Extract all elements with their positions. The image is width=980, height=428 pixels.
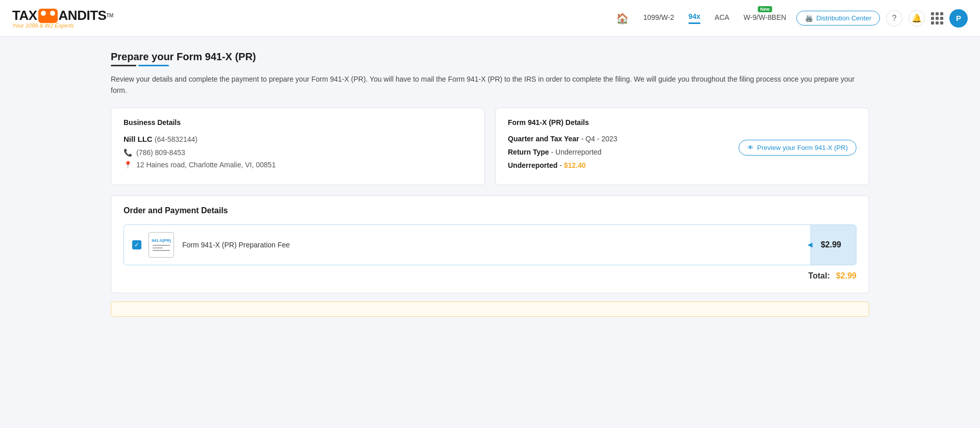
quarter-value: Q4 - 2023	[585, 135, 617, 143]
form-detail-left: Quarter and Tax Year - Q4 - 2023 Return …	[508, 135, 617, 174]
grid-dot	[931, 21, 934, 24]
order-item-price: $2.99	[821, 240, 845, 249]
underreported-value: $12.40	[564, 161, 586, 169]
grid-dot	[940, 21, 943, 24]
underline-light	[138, 65, 169, 66]
header-right: 🖨️ Distribution Center ? 🔔 P	[796, 9, 968, 28]
grid-dot	[940, 12, 943, 15]
eye-icon: 👁	[747, 144, 754, 152]
logo-andits-text: ANDITS	[59, 8, 107, 23]
logo-tax-text: TAX	[12, 8, 37, 23]
order-checkbox[interactable]	[132, 240, 141, 249]
collapse-arrow-icon[interactable]: ◄	[806, 240, 814, 249]
printer-icon: 🖨️	[805, 14, 813, 22]
apps-grid-button[interactable]	[931, 12, 943, 24]
business-ein: (64-5832144)	[155, 135, 198, 143]
business-details-card: Business Details Nill LLC (64-5832144) 📞…	[111, 108, 485, 185]
business-phone-row: 📞 (786) 809-8453	[124, 148, 472, 157]
order-item-name: Form 941-X (PR) Preparation Fee	[182, 241, 290, 249]
preview-btn-label: Preview your Form 941-X (PR)	[757, 144, 848, 152]
business-address-row: 📍 12 Haines road, Charlotte Amalie, VI, …	[124, 161, 472, 169]
total-row: Total: $2.99	[124, 265, 856, 283]
grid-dot	[936, 12, 939, 15]
phone-icon: 📞	[124, 148, 132, 157]
underreported-item: Underreported - $12.40	[508, 161, 617, 169]
quarter-separator: -	[581, 135, 585, 143]
main-nav: 🏠 1099/W-2 94x ACA New W-9/W-8BEN	[616, 12, 786, 24]
yellow-banner	[111, 301, 869, 317]
details-row: Business Details Nill LLC (64-5832144) 📞…	[111, 108, 869, 185]
return-type-value: Underreported	[555, 148, 601, 156]
preview-area: 👁 Preview your Form 941-X (PR)	[739, 135, 856, 156]
grid-dot	[936, 17, 939, 20]
form-line	[153, 250, 170, 251]
user-avatar[interactable]: P	[949, 9, 968, 28]
logo-tagline: Your 1099 & W2 Experts	[12, 22, 113, 29]
page-title: Prepare your Form 941-X (PR)	[111, 51, 869, 63]
distribution-center-button[interactable]: 🖨️ Distribution Center	[796, 11, 880, 26]
form-icon-label: 941-X(PR)	[152, 239, 171, 243]
business-address: 12 Haines road, Charlotte Amalie, VI, 00…	[136, 161, 276, 169]
nav-w9-wrap: New W-9/W-8BEN	[744, 13, 787, 23]
nav-1099w2[interactable]: 1099/W-2	[643, 13, 674, 23]
grid-dot	[940, 17, 943, 20]
business-card-title: Business Details	[124, 118, 472, 127]
form-detail-row: Quarter and Tax Year - Q4 - 2023 Return …	[508, 135, 856, 174]
underreported-separator: -	[559, 161, 564, 169]
question-icon: ?	[892, 14, 897, 23]
new-badge: New	[757, 6, 772, 12]
logo-tm: TM	[106, 13, 113, 18]
order-item: 941-X(PR) Form 941-X (PR) Preparation Fe…	[124, 224, 856, 265]
logo: TAX ANDITS TM Your 1099 & W2 Experts	[12, 8, 113, 29]
preview-form-button[interactable]: 👁 Preview your Form 941-X (PR)	[739, 140, 856, 156]
main-content: Prepare your Form 941-X (PR) Review your…	[94, 37, 886, 331]
nav-aca[interactable]: ACA	[715, 13, 729, 23]
form-line	[153, 245, 170, 246]
dist-center-label: Distribution Center	[816, 14, 871, 22]
intro-text: Review your details and complete the pay…	[111, 73, 869, 96]
nav-94x[interactable]: 94x	[689, 12, 700, 24]
order-payment-card: Order and Payment Details 941-X(PR) Form…	[111, 195, 869, 293]
form-icon-box: 941-X(PR)	[149, 232, 174, 258]
business-name-text: Nill LLC	[124, 135, 153, 143]
logo-owl-icon	[38, 9, 58, 23]
return-type-item: Return Type - Underreported	[508, 148, 617, 156]
business-name: Nill LLC (64-5832144)	[124, 135, 472, 143]
location-icon: 📍	[124, 161, 132, 169]
notification-button[interactable]: 🔔	[909, 10, 925, 27]
order-card-title: Order and Payment Details	[124, 206, 856, 215]
underreported-label: Underreported	[508, 161, 557, 169]
grid-dot	[931, 12, 934, 15]
form-card-title: Form 941-X (PR) Details	[508, 118, 856, 127]
total-value: $2.99	[836, 271, 856, 281]
grid-dot	[931, 17, 934, 20]
form-line-short	[153, 247, 163, 248]
nav-w9w8ben[interactable]: W-9/W-8BEN	[744, 13, 787, 23]
quarter-label: Quarter and Tax Year	[508, 135, 579, 143]
grid-dot	[936, 21, 939, 24]
form-icon-lines	[153, 245, 170, 251]
business-phone: (786) 809-8453	[136, 148, 185, 157]
total-label: Total:	[808, 271, 830, 281]
return-type-label: Return Type	[508, 148, 549, 156]
order-item-price-bg: ◄ $2.99	[810, 225, 856, 265]
bell-icon: 🔔	[912, 13, 922, 23]
form-details-card: Form 941-X (PR) Details Quarter and Tax …	[495, 108, 869, 185]
help-button[interactable]: ?	[886, 10, 902, 27]
title-underline	[111, 65, 869, 66]
underline-dark	[111, 65, 136, 66]
return-type-separator: -	[551, 148, 556, 156]
nav-home[interactable]: 🏠	[616, 12, 629, 24]
quarter-item: Quarter and Tax Year - Q4 - 2023	[508, 135, 617, 143]
header: TAX ANDITS TM Your 1099 & W2 Experts 🏠 1…	[0, 0, 980, 37]
logo-main: TAX ANDITS TM	[12, 8, 113, 23]
logo-area: TAX ANDITS TM Your 1099 & W2 Experts	[12, 8, 113, 29]
